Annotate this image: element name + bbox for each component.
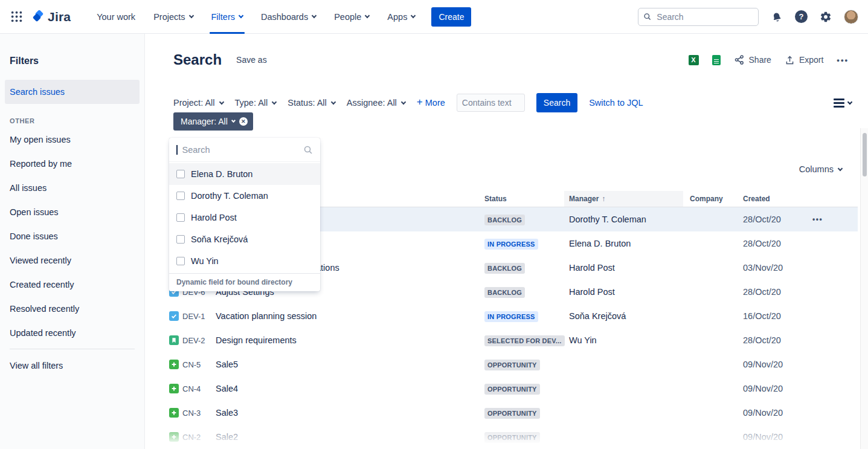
- search-button[interactable]: Search: [536, 93, 577, 112]
- remove-filter-icon[interactable]: ✕: [239, 117, 248, 126]
- column-header-manager[interactable]: Manager↑: [564, 191, 683, 207]
- table-row[interactable]: CN-3Sale3OPPORTUNITY09/Nov/20: [169, 401, 858, 425]
- nav-item-apps[interactable]: Apps: [378, 0, 424, 34]
- sidebar-item-updated-recently[interactable]: Updated recently: [0, 321, 144, 345]
- export-button[interactable]: Export: [785, 55, 823, 65]
- sidebar-item-viewed-recently[interactable]: Viewed recently: [0, 248, 144, 273]
- issue-key[interactable]: CN-2: [182, 433, 216, 442]
- issue-key[interactable]: CN-3: [182, 409, 216, 418]
- sidebar-item-done-issues[interactable]: Done issues: [0, 224, 144, 248]
- create-button[interactable]: Create: [431, 7, 471, 27]
- sidebar-item-all-issues[interactable]: All issues: [0, 176, 144, 200]
- more-filters-button[interactable]: + More: [417, 97, 445, 108]
- sidebar-item-reported-by-me[interactable]: Reported by me: [0, 152, 144, 176]
- sidebar-item-view-all-filters[interactable]: View all filters: [0, 354, 144, 378]
- nav-item-dashboards[interactable]: Dashboards: [252, 0, 325, 34]
- user-avatar[interactable]: [844, 10, 858, 24]
- manager-cell: Wu Yin: [569, 335, 690, 345]
- nav-item-filters[interactable]: Filters: [202, 0, 252, 34]
- sidebar-item-my-open-issues[interactable]: My open issues: [0, 128, 144, 152]
- nav-item-your-work[interactable]: Your work: [88, 0, 144, 34]
- issue-summary[interactable]: Sale5: [216, 360, 484, 369]
- issue-key[interactable]: DEV-2: [182, 336, 216, 345]
- sidebar-list: My open issuesReported by meAll issuesOp…: [0, 128, 144, 345]
- export-label: Export: [799, 55, 823, 65]
- table-row[interactable]: CN-4Sale4OPPORTUNITY09/Nov/20: [169, 376, 858, 401]
- chevron-down-icon: [847, 99, 852, 104]
- issue-key[interactable]: DEV-1: [182, 312, 216, 321]
- dropdown-option-so-a-krej-ov-[interactable]: Soňa Krejčová: [169, 228, 320, 250]
- sort-ascending-icon: ↑: [602, 195, 605, 203]
- excel-export-icon[interactable]: X: [689, 55, 699, 65]
- issue-summary[interactable]: Sale2: [216, 432, 484, 442]
- checkbox[interactable]: [176, 257, 185, 265]
- dropdown-search-field[interactable]: Search: [169, 138, 320, 162]
- contains-text-input[interactable]: [457, 94, 525, 112]
- scrollbar-track[interactable]: [860, 128, 868, 449]
- global-search-input[interactable]: [655, 11, 753, 22]
- filter-dropdown-type[interactable]: Type: All: [235, 98, 277, 108]
- export-icon: [785, 55, 795, 65]
- status-badge: OPPORTUNITY: [484, 432, 540, 443]
- settings-gear-icon[interactable]: [820, 11, 832, 23]
- primary-nav: Your workProjectsFiltersDashboardsPeople…: [88, 0, 424, 34]
- manager-filter-chip[interactable]: Manager: All ✕: [173, 112, 253, 131]
- option-label: Harold Post: [191, 213, 237, 222]
- dropdown-option-harold-post[interactable]: Harold Post: [169, 207, 320, 228]
- issue-key[interactable]: CN-4: [182, 384, 216, 393]
- column-header-created[interactable]: Created: [743, 191, 812, 207]
- column-header-label: Manager: [569, 195, 599, 203]
- scrollbar-thumb[interactable]: [863, 133, 867, 176]
- issue-summary[interactable]: Design requirements: [216, 335, 484, 345]
- save-as-button[interactable]: Save as: [236, 55, 267, 65]
- sidebar-item-resolved-recently[interactable]: Resolved recently: [0, 297, 144, 321]
- view-switcher-button[interactable]: [834, 99, 852, 108]
- sidebar-item-search-issues[interactable]: Search issues: [5, 80, 140, 104]
- checkbox[interactable]: [176, 213, 185, 222]
- nav-item-people[interactable]: People: [325, 0, 378, 34]
- column-header-company[interactable]: Company: [690, 191, 743, 207]
- table-row[interactable]: CN-5Sale5OPPORTUNITY09/Nov/20: [169, 352, 858, 376]
- global-search[interactable]: [638, 8, 759, 26]
- chevron-down-icon: [272, 99, 277, 104]
- sidebar-item-open-issues[interactable]: Open issues: [0, 200, 144, 224]
- table-row[interactable]: CN-2Sale2OPPORTUNITY09/Nov/20: [169, 425, 858, 449]
- filter-dropdown-status[interactable]: Status: All: [288, 98, 335, 108]
- dropdown-option-wu-yin[interactable]: Wu Yin: [169, 250, 320, 272]
- table-row[interactable]: DEV-2Design requirementsSELECTED FOR DEV…: [169, 328, 858, 352]
- status-badge: BACKLOG: [484, 263, 525, 274]
- status-badge: SELECTED FOR DEV...: [484, 335, 565, 346]
- sheets-grid-glyph: [714, 59, 719, 63]
- checkbox[interactable]: [176, 235, 185, 244]
- filter-dropdown-project[interactable]: Project: All: [173, 98, 223, 108]
- filter-dropdown-assignee[interactable]: Assignee: All: [347, 98, 405, 108]
- dropdown-option-elena-d-bruton[interactable]: Elena D. Bruton: [169, 163, 320, 185]
- row-actions-menu[interactable]: •••: [812, 215, 834, 224]
- checkbox[interactable]: [176, 170, 185, 178]
- nav-item-label: People: [334, 12, 361, 22]
- columns-button[interactable]: Columns: [799, 163, 842, 175]
- issue-summary[interactable]: Sale3: [216, 408, 484, 418]
- status-badge: OPPORTUNITY: [484, 384, 540, 395]
- column-header-status[interactable]: Status: [484, 191, 569, 207]
- nav-item-projects[interactable]: Projects: [144, 0, 202, 34]
- created-cell: 28/Oct/20: [743, 239, 812, 248]
- created-cell: 28/Oct/20: [743, 215, 812, 224]
- search-icon: [643, 12, 651, 21]
- checkbox[interactable]: [176, 192, 185, 200]
- issue-summary[interactable]: Vacation planning session: [216, 311, 484, 321]
- issue-key[interactable]: CN-5: [182, 360, 216, 369]
- issue-summary[interactable]: Sale4: [216, 384, 484, 393]
- created-cell: 28/Oct/20: [743, 287, 812, 297]
- sidebar-item-created-recently[interactable]: Created recently: [0, 273, 144, 297]
- jira-logo[interactable]: Jira: [31, 10, 71, 24]
- more-actions-menu[interactable]: •••: [837, 56, 849, 65]
- switch-to-jql-link[interactable]: Switch to JQL: [589, 98, 643, 108]
- help-icon[interactable]: ?: [795, 10, 808, 23]
- share-button[interactable]: Share: [734, 54, 771, 65]
- dropdown-option-dorothy-t-coleman[interactable]: Dorothy T. Coleman: [169, 185, 320, 207]
- notifications-bell-icon[interactable]: [771, 11, 783, 23]
- app-switcher-icon[interactable]: [11, 11, 22, 22]
- table-row[interactable]: DEV-1Vacation planning sessionIN PROGRES…: [169, 304, 858, 328]
- google-sheets-export-icon[interactable]: [712, 55, 721, 65]
